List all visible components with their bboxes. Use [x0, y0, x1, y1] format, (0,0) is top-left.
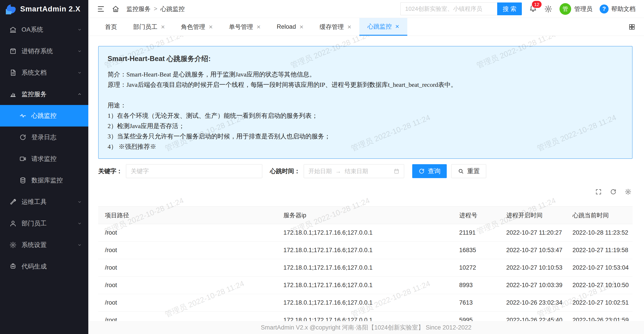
- table-header-row: 项目路径服务器ip进程号进程开启时间心跳当前时间: [98, 207, 632, 224]
- sidebar-item-staff[interactable]: 部门员工: [0, 213, 88, 234]
- sidebar-subitem-login-log[interactable]: 登录日志: [0, 127, 88, 148]
- login-log-icon: [19, 134, 26, 141]
- sidebar-item-codegen[interactable]: 代码生成: [0, 256, 88, 277]
- gear-icon[interactable]: [625, 188, 632, 195]
- tab-单号管理[interactable]: 单号管理×: [221, 18, 269, 36]
- help-link[interactable]: ? 帮助文档: [600, 5, 636, 14]
- intro-lines: 简介：Smart-Heart-Beat 是心跳服务，用于监测Java应用的状态等…: [108, 69, 623, 152]
- range-arrow-icon: →: [335, 168, 341, 175]
- sidebar-item-ops[interactable]: 运维工具: [0, 191, 88, 213]
- intro-line: 简介：Smart-Heart-Beat 是心跳服务，用于监测Java应用的状态等…: [108, 69, 623, 80]
- menu-fold-icon[interactable]: [97, 5, 105, 13]
- table-row[interactable]: /root172.18.0.1;172.17.16.6;127.0.0.1761…: [98, 294, 632, 311]
- filter-bar: 关键字： 心跳时间： 开始日期 → 结束日期 查询 重置: [98, 164, 486, 178]
- help-label: 帮助文档: [611, 5, 636, 13]
- table-cell: /root: [98, 276, 276, 294]
- intro-line: 1）在各个环境（无论开发、测试、生产）能统一看到所有启动的服务列表；: [108, 111, 623, 121]
- table-cell: 2022-10-26 23:02:34: [500, 294, 566, 311]
- close-icon[interactable]: ×: [395, 23, 399, 30]
- gear-icon[interactable]: [544, 5, 552, 13]
- tab-首页[interactable]: 首页: [97, 18, 125, 36]
- table-cell: 2022-10-27 11:19:58: [566, 242, 632, 259]
- user-menu[interactable]: 管 管理员: [560, 3, 592, 15]
- intro-title: Smart-Heart-Beat 心跳服务介绍:: [108, 54, 623, 64]
- breadcrumb: 监控服务 > 心跳监控: [126, 5, 185, 13]
- table-row[interactable]: /root172.18.0.1;172.17.16.6;127.0.0.1211…: [98, 224, 632, 242]
- database-icon: [19, 177, 26, 184]
- sidebar-item-label: 部门员工: [22, 219, 72, 228]
- chevron-down-icon: [77, 49, 82, 54]
- tab-部门员工[interactable]: 部门员工×: [125, 18, 173, 36]
- table-cell: 2022-10-27 11:20:27: [500, 224, 566, 242]
- tab-Reload[interactable]: Reload×: [269, 18, 312, 36]
- sidebar-subitem-label: 请求监控: [32, 155, 56, 163]
- close-icon[interactable]: ×: [161, 24, 165, 30]
- reset-button[interactable]: 重置: [451, 164, 486, 178]
- table-row[interactable]: /root172.18.0.1;172.17.16.6;127.0.0.1168…: [98, 242, 632, 259]
- table-cell: /root: [98, 224, 276, 242]
- intro-line: 原理：Java后端会在项目启动的时候开启一个线程，每隔一段时间将该应用的IP、进…: [108, 80, 623, 90]
- sidebar-item-docs[interactable]: 系统文档: [0, 62, 88, 84]
- close-icon[interactable]: ×: [209, 24, 213, 30]
- sidebar-subitem-label: 心跳监控: [32, 112, 56, 120]
- fullscreen-icon[interactable]: [595, 188, 602, 195]
- close-icon[interactable]: ×: [300, 24, 304, 30]
- sidebar-subitem-heartbeat[interactable]: 心跳监控: [0, 105, 88, 127]
- tab-缓存管理[interactable]: 缓存管理×: [312, 18, 360, 36]
- breadcrumb-section[interactable]: 监控服务: [126, 5, 151, 13]
- table-cell: 172.18.0.1;172.17.16.6;127.0.0.1: [276, 224, 452, 242]
- date-range-picker[interactable]: 开始日期 → 结束日期: [304, 164, 404, 178]
- tab-operations[interactable]: [628, 18, 636, 36]
- search-input[interactable]: [400, 3, 497, 15]
- logo[interactable]: SmartAdmin 2.X: [0, 0, 88, 18]
- keyword-input[interactable]: [126, 164, 262, 178]
- footer: SmartAdmin V2.x @copyright 河南·洛阳【1024创新实…: [88, 321, 644, 334]
- sidebar-item-label: 进销存系统: [22, 47, 72, 55]
- close-icon[interactable]: ×: [348, 24, 352, 30]
- intro-line: 2）检测Java应用是否存活；: [108, 121, 623, 131]
- breadcrumb-separator: >: [154, 6, 157, 12]
- home-icon[interactable]: [112, 5, 120, 13]
- table-cell: /root: [98, 242, 276, 259]
- tab-label: 心跳监控: [368, 23, 392, 31]
- tab-心跳监控[interactable]: 心跳监控×: [359, 18, 407, 36]
- sidebar-item-settings[interactable]: 系统设置: [0, 234, 88, 256]
- chevron-down-icon: [77, 70, 82, 75]
- tab-label: Reload: [277, 23, 296, 30]
- main-content: 管理员 2022-10-28 11:24管理员 2022-10-28 11:24…: [88, 36, 644, 334]
- table-row[interactable]: /root172.18.0.1;172.17.16.6;127.0.0.1899…: [98, 276, 632, 294]
- sidebar-item-oa[interactable]: OA系统: [0, 19, 88, 40]
- refresh-icon: [418, 168, 425, 174]
- query-button[interactable]: 查询: [412, 164, 447, 178]
- sidebar-subitem-request[interactable]: 请求监控: [0, 148, 88, 170]
- bank-icon: [10, 26, 16, 33]
- table-cell: 2022-10-27 10:10:53: [500, 259, 566, 276]
- monitor-icon: [10, 91, 16, 98]
- sidebar-subitem-database[interactable]: 数据库监控: [0, 170, 88, 191]
- table-cell: 2022-10-28 11:23:52: [566, 224, 632, 242]
- intro-line: 3）当某些业务只允许有一个服务启动的时候，用于排查是否别人也启动的服务；: [108, 131, 623, 142]
- sidebar-subitem-label: 数据库监控: [32, 176, 63, 185]
- sidebar-item-monitor[interactable]: 监控服务: [0, 84, 88, 105]
- sidebar-menu: OA系统进销存系统系统文档监控服务心跳监控登录日志请求监控数据库监控运维工具部门…: [0, 18, 88, 277]
- sidebar-item-inventory[interactable]: 进销存系统: [0, 40, 88, 62]
- question-icon: ?: [600, 5, 608, 14]
- logo-icon: [6, 4, 16, 14]
- column-header: 项目路径: [98, 207, 276, 224]
- close-icon[interactable]: ×: [257, 24, 261, 30]
- chevron-down-icon: [77, 221, 82, 226]
- sidebar-item-label: OA系统: [22, 25, 72, 34]
- tab-角色管理[interactable]: 角色管理×: [173, 18, 221, 36]
- chevron-down-icon: [77, 242, 82, 247]
- table-cell: 172.18.0.1;172.17.16.6;127.0.0.1: [276, 259, 452, 276]
- search-button[interactable]: 搜 索: [497, 3, 522, 15]
- breadcrumb-current: 心跳监控: [160, 5, 185, 13]
- chevron-down-icon: [77, 199, 82, 204]
- avatar: 管: [560, 3, 571, 15]
- time-label: 心跳时间：: [270, 167, 300, 175]
- refresh-icon[interactable]: [610, 188, 617, 195]
- chevron-down-icon: [77, 27, 82, 32]
- table-row[interactable]: /root172.18.0.1;172.17.16.6;127.0.0.1102…: [98, 259, 632, 276]
- table-cell: 16835: [452, 242, 500, 259]
- notification-bell[interactable]: 12: [529, 4, 537, 14]
